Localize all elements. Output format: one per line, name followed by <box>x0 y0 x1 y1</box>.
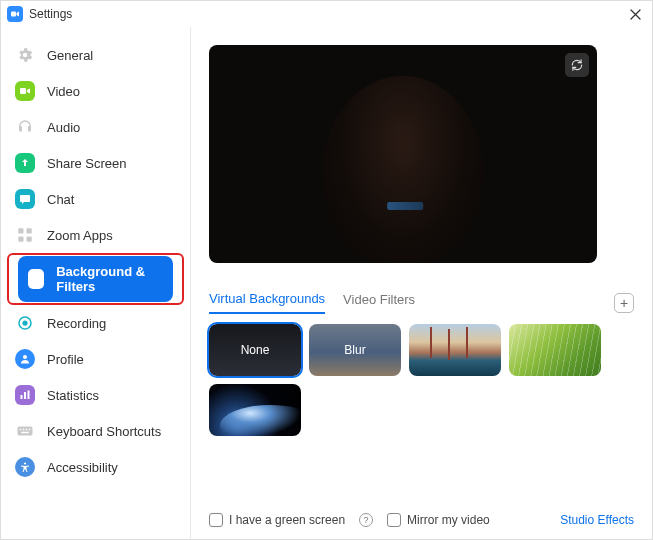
svg-point-8 <box>22 320 27 325</box>
sidebar-item-label: Zoom Apps <box>47 228 113 243</box>
sidebar: General Video Audio Share Screen Chat Zo… <box>1 27 191 539</box>
headphones-icon <box>15 117 35 137</box>
help-icon[interactable]: ? <box>359 513 373 527</box>
bottom-row: I have a green screen ? Mirror my video … <box>209 505 634 529</box>
sidebar-item-label: Background & Filters <box>56 264 163 294</box>
apps-icon <box>15 225 35 245</box>
sidebar-item-general[interactable]: General <box>1 37 190 73</box>
rotate-camera-button[interactable] <box>565 53 589 77</box>
sidebar-item-profile[interactable]: Profile <box>1 341 190 377</box>
bg-tile-earth-space[interactable] <box>209 384 301 436</box>
sidebar-item-keyboard-shortcuts[interactable]: Keyboard Shortcuts <box>1 413 190 449</box>
background-grid: None Blur <box>209 324 634 436</box>
svg-point-9 <box>23 355 27 359</box>
bg-tile-label: None <box>241 343 270 357</box>
mirror-video-checkbox[interactable]: Mirror my video <box>387 513 490 527</box>
svg-rect-4 <box>18 237 23 242</box>
svg-rect-13 <box>18 427 33 436</box>
checkbox-icon <box>387 513 401 527</box>
svg-rect-16 <box>26 429 28 431</box>
svg-point-6 <box>34 274 39 279</box>
svg-rect-17 <box>29 429 31 431</box>
sidebar-item-label: Audio <box>47 120 80 135</box>
content-panel: Virtual Backgrounds Video Filters + None… <box>191 27 652 539</box>
sidebar-item-label: Accessibility <box>47 460 118 475</box>
video-preview <box>209 45 597 263</box>
svg-rect-12 <box>28 391 30 400</box>
sidebar-item-statistics[interactable]: Statistics <box>1 377 190 413</box>
bg-tile-none[interactable]: None <box>209 324 301 376</box>
sidebar-item-label: Recording <box>47 316 106 331</box>
add-background-button[interactable]: + <box>614 293 634 313</box>
checkbox-label: Mirror my video <box>407 513 490 527</box>
preview-silhouette <box>323 76 483 263</box>
sidebar-item-label: Statistics <box>47 388 99 403</box>
svg-rect-5 <box>27 237 32 242</box>
main-area: General Video Audio Share Screen Chat Zo… <box>1 27 652 539</box>
window-title: Settings <box>29 7 72 21</box>
sidebar-item-accessibility[interactable]: Accessibility <box>1 449 190 485</box>
sidebar-item-audio[interactable]: Audio <box>1 109 190 145</box>
svg-rect-1 <box>20 88 26 94</box>
svg-rect-11 <box>24 392 26 399</box>
chat-icon <box>15 189 35 209</box>
record-icon <box>15 313 35 333</box>
tabs-row: Virtual Backgrounds Video Filters + <box>209 291 634 314</box>
svg-rect-3 <box>27 228 32 233</box>
checkbox-label: I have a green screen <box>229 513 345 527</box>
bg-tile-grass[interactable] <box>509 324 601 376</box>
preview-glasses-reflection <box>387 202 423 210</box>
tab-video-filters[interactable]: Video Filters <box>343 292 415 313</box>
bg-tile-label: Blur <box>344 343 365 357</box>
bg-tile-golden-gate[interactable] <box>409 324 501 376</box>
svg-rect-2 <box>18 228 23 233</box>
sidebar-item-recording[interactable]: Recording <box>1 305 190 341</box>
sidebar-item-label: General <box>47 48 93 63</box>
sidebar-item-background-filters[interactable]: Background & Filters <box>18 256 173 302</box>
sidebar-item-share-screen[interactable]: Share Screen <box>1 145 190 181</box>
sidebar-item-zoom-apps[interactable]: Zoom Apps <box>1 217 190 253</box>
green-screen-checkbox[interactable]: I have a green screen <box>209 513 345 527</box>
highlight-annotation: Background & Filters <box>7 253 184 305</box>
gear-icon <box>15 45 35 65</box>
close-button[interactable] <box>626 5 644 23</box>
close-icon <box>630 9 641 20</box>
sidebar-item-label: Share Screen <box>47 156 127 171</box>
svg-rect-15 <box>23 429 25 431</box>
sidebar-item-label: Video <box>47 84 80 99</box>
sidebar-item-label: Profile <box>47 352 84 367</box>
keyboard-icon <box>15 421 35 441</box>
sidebar-item-chat[interactable]: Chat <box>1 181 190 217</box>
share-screen-icon <box>15 153 35 173</box>
sidebar-item-label: Chat <box>47 192 74 207</box>
titlebar-left: Settings <box>7 6 72 22</box>
zoom-logo-icon <box>7 6 23 22</box>
plus-icon: + <box>620 296 628 310</box>
svg-rect-10 <box>21 395 23 399</box>
accessibility-icon <box>15 457 35 477</box>
sidebar-item-label: Keyboard Shortcuts <box>47 424 161 439</box>
checkbox-icon <box>209 513 223 527</box>
studio-effects-link[interactable]: Studio Effects <box>560 513 634 527</box>
svg-rect-0 <box>11 12 16 17</box>
profile-icon <box>15 349 35 369</box>
titlebar: Settings <box>1 1 652 27</box>
svg-rect-14 <box>20 429 22 431</box>
tab-virtual-backgrounds[interactable]: Virtual Backgrounds <box>209 291 325 314</box>
svg-point-19 <box>24 462 26 464</box>
video-icon <box>15 81 35 101</box>
sidebar-item-video[interactable]: Video <box>1 73 190 109</box>
rotate-icon <box>570 58 584 72</box>
svg-rect-18 <box>21 432 29 434</box>
portrait-icon <box>28 269 44 289</box>
statistics-icon <box>15 385 35 405</box>
bg-tile-blur[interactable]: Blur <box>309 324 401 376</box>
